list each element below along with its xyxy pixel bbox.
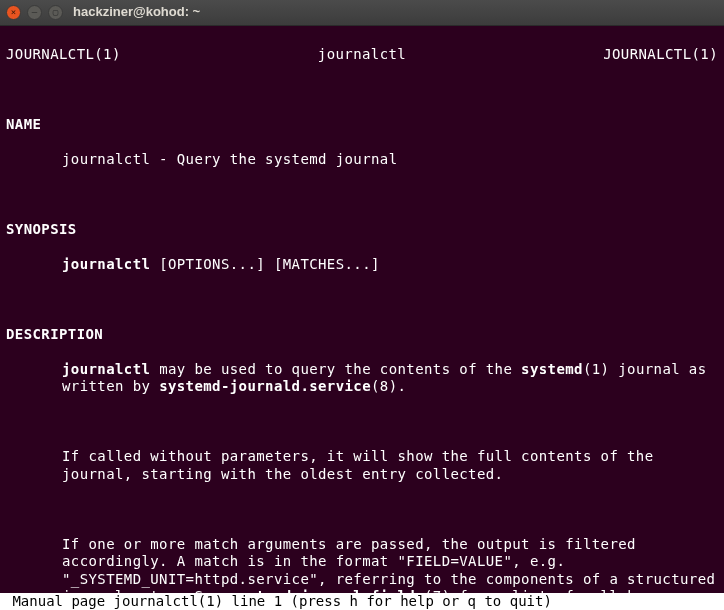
- window-title: hackziner@kohod: ~: [73, 4, 200, 20]
- window-titlebar: × – ▢ hackziner@kohod: ~: [0, 0, 724, 26]
- window-controls: × – ▢: [6, 5, 63, 20]
- man-header: JOURNALCTL(1) journalctl JOURNALCTL(1): [6, 46, 718, 64]
- section-name-text: journalctl - Query the systemd journal: [6, 151, 718, 169]
- desc-para-2: If called without parameters, it will sh…: [6, 448, 718, 483]
- header-right: JOURNALCTL(1): [603, 46, 718, 64]
- terminal-content[interactable]: JOURNALCTL(1) journalctl JOURNALCTL(1) N…: [0, 26, 724, 610]
- section-description-label: DESCRIPTION: [6, 326, 718, 344]
- synopsis-cmd: journalctl: [62, 256, 150, 272]
- desc-p1-text-f: (8).: [371, 378, 406, 394]
- desc-p1-service: systemd-journald.service: [159, 378, 371, 394]
- synopsis-args: [OPTIONS...] [MATCHES...]: [150, 256, 380, 272]
- maximize-icon[interactable]: ▢: [48, 5, 63, 20]
- desc-p1-journalctl: journalctl: [62, 361, 150, 377]
- header-center: journalctl: [318, 46, 406, 64]
- section-name-label: NAME: [6, 116, 718, 134]
- close-icon[interactable]: ×: [6, 5, 21, 20]
- section-synopsis-label: SYNOPSIS: [6, 221, 718, 239]
- desc-p1-text-b: may be used to query the contents of the: [150, 361, 521, 377]
- section-synopsis-text: journalctl [OPTIONS...] [MATCHES...]: [6, 256, 718, 274]
- header-left: JOURNALCTL(1): [6, 46, 121, 64]
- minimize-icon[interactable]: –: [27, 5, 42, 20]
- desc-p1-systemd: systemd: [521, 361, 583, 377]
- desc-para-1: journalctl may be used to query the cont…: [6, 361, 718, 396]
- pager-status-line: Manual page journalctl(1) line 1 (press …: [0, 593, 724, 611]
